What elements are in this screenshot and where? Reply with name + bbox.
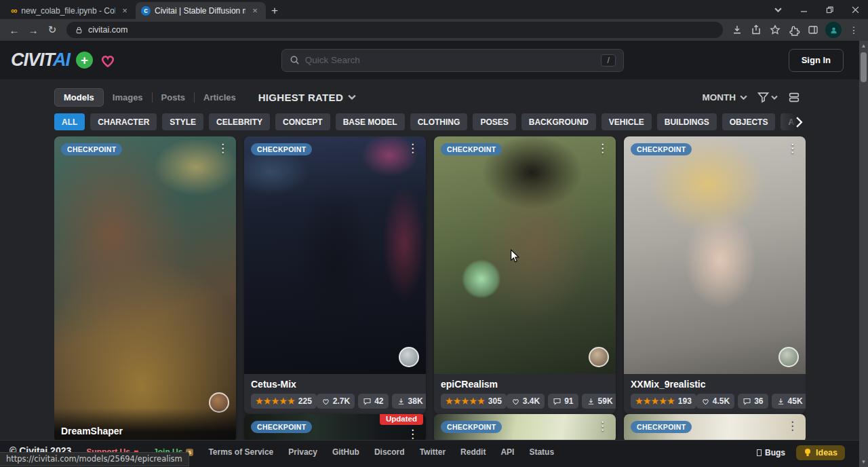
filter-funnel-dropdown[interactable] — [757, 92, 778, 103]
ideas-button[interactable]: Ideas — [796, 445, 845, 460]
model-card-partial[interactable]: CHECKPOINT Updated ⋮ — [244, 414, 426, 440]
stat-pills: 4.5K 36 45K — [696, 394, 806, 409]
category-chip-objects[interactable]: OBJECTS — [722, 113, 776, 130]
category-chip-clothing[interactable]: CLOTHING — [410, 113, 468, 130]
creator-avatar[interactable] — [589, 347, 609, 367]
minimize-button[interactable] — [791, 0, 816, 19]
download-icon — [776, 397, 785, 406]
reddit-link[interactable]: Reddit — [460, 447, 486, 457]
card-footer: DreamShaper — [54, 408, 236, 440]
scroll-up-arrow-icon[interactable]: ▲ — [861, 41, 867, 51]
colab-icon: ∞ — [11, 5, 17, 16]
tab-close-icon[interactable]: × — [119, 5, 130, 16]
reload-button[interactable]: ↻ — [43, 21, 61, 39]
browser-tab-colab[interactable]: ∞ new_colab_file.ipynb - Colaborat × — [5, 2, 136, 19]
stat-pills: 2.7K 42 38K — [317, 394, 426, 409]
creator-avatar[interactable] — [399, 347, 419, 367]
model-card-epicrealism[interactable]: CHECKPOINT ⋮ epiCRealism ★★★★★ 305 3.4K — [434, 136, 616, 414]
bookmark-star-icon[interactable] — [766, 21, 784, 39]
card-menu-kebab-icon[interactable]: ⋮ — [403, 426, 422, 440]
status-link[interactable]: Status — [529, 447, 554, 457]
card-menu-kebab-icon[interactable]: ⋮ — [783, 141, 802, 156]
scroll-down-arrow-icon[interactable]: ▼ — [861, 457, 867, 467]
category-chip-poses[interactable]: POSES — [473, 113, 515, 130]
model-preview-image: CHECKPOINT ⋮ DreamShaper — [54, 136, 236, 440]
forward-button[interactable]: → — [24, 21, 42, 39]
category-chip-character[interactable]: CHARACTER — [90, 113, 157, 130]
new-tab-button[interactable]: + — [266, 2, 283, 19]
back-button[interactable]: ← — [5, 21, 23, 39]
tab-articles[interactable]: Articles — [195, 89, 245, 106]
share-icon[interactable] — [747, 21, 765, 39]
browser-profile-avatar[interactable] — [825, 22, 842, 38]
card-menu-kebab-icon[interactable]: ⋮ — [403, 141, 422, 156]
address-url: civitai.com — [88, 25, 127, 35]
tab-images[interactable]: Images — [104, 89, 152, 106]
tab-models[interactable]: Models — [54, 88, 104, 107]
site-header: CIVITAI + / Sign In — [0, 41, 868, 79]
category-chip-buildings[interactable]: BUILDINGS — [657, 113, 717, 130]
window-controls — [765, 0, 868, 19]
model-card-cetus-mix[interactable]: CHECKPOINT ⋮ Cetus-Mix ★★★★★ 225 2.7K — [244, 136, 426, 414]
category-chip-all[interactable]: ALL — [54, 113, 85, 130]
categories-scroll-right[interactable] — [780, 113, 803, 131]
category-chip-celebrity[interactable]: CELEBRITY — [209, 113, 270, 130]
model-card-partial[interactable]: CHECKPOINT ⋮ — [434, 414, 616, 440]
star-icons: ★★★★★ — [635, 396, 675, 406]
search-input[interactable] — [305, 55, 596, 65]
civitai-logo[interactable]: CIVITAI + — [11, 50, 117, 71]
address-bar[interactable]: civitai.com — [66, 22, 723, 38]
chevron-down-icon — [348, 94, 356, 100]
extensions-puzzle-icon[interactable] — [785, 21, 803, 39]
model-title: DreamShaper — [61, 426, 229, 436]
link-status-tooltip: https://civitai.com/models/25694/epicrea… — [0, 452, 189, 466]
card-menu-kebab-icon[interactable]: ⋮ — [593, 418, 612, 434]
download-icon[interactable] — [728, 21, 746, 39]
category-chip-concept[interactable]: CONCEPT — [275, 113, 330, 130]
terms-link[interactable]: Terms of Service — [208, 447, 273, 457]
sign-in-button[interactable]: Sign In — [789, 49, 844, 72]
privacy-link[interactable]: Privacy — [288, 447, 317, 457]
layout-toggle-button[interactable] — [788, 92, 800, 103]
bug-icon — [757, 449, 762, 456]
model-card-dreamshaper[interactable]: CHECKPOINT ⋮ DreamShaper — [54, 136, 236, 440]
sort-dropdown[interactable]: HIGHEST RATED — [258, 92, 356, 103]
category-chip-base-model[interactable]: BASE MODEL — [336, 113, 405, 130]
scrollbar-thumb[interactable] — [861, 52, 867, 82]
quick-search-box[interactable]: / — [281, 49, 624, 72]
model-preview-image: CHECKPOINT ⋮ — [434, 136, 616, 374]
tab-posts[interactable]: Posts — [153, 89, 194, 106]
model-card-grid: CHECKPOINT ⋮ DreamShaper CHECKPOINT ⋮ Ce… — [54, 136, 806, 440]
creator-avatar[interactable] — [778, 347, 799, 367]
favorites-heart-icon[interactable] — [99, 52, 117, 69]
chevron-down-icon — [771, 95, 778, 100]
model-type-badge: CHECKPOINT — [631, 421, 692, 433]
github-link[interactable]: GitHub — [332, 447, 359, 457]
maximize-button[interactable] — [816, 0, 842, 19]
twitter-link[interactable]: Twitter — [420, 447, 446, 457]
category-chip-background[interactable]: BACKGROUND — [521, 113, 596, 130]
discord-link[interactable]: Discord — [374, 447, 405, 457]
period-dropdown[interactable]: MONTH — [703, 92, 748, 102]
tab-close-icon[interactable]: × — [250, 5, 260, 16]
api-link[interactable]: API — [500, 447, 514, 457]
model-card-xxmix[interactable]: CHECKPOINT ⋮ XXMix_9realistic ★★★★★ 193 … — [624, 136, 806, 414]
card-menu-kebab-icon[interactable]: ⋮ — [783, 418, 802, 434]
category-chip-style[interactable]: STYLE — [162, 113, 203, 130]
card-menu-kebab-icon[interactable]: ⋮ — [214, 141, 232, 156]
tab-list-chevron-icon[interactable] — [765, 0, 791, 19]
bugs-link[interactable]: Bugs — [757, 448, 785, 457]
model-type-badge: CHECKPOINT — [441, 143, 502, 155]
browser-toolbar: ← → ↻ civitai.com ⋮ — [0, 19, 868, 41]
category-chip-vehicle[interactable]: VEHICLE — [601, 113, 652, 130]
browser-tab-civitai[interactable]: c Civitai | Stable Diffusion models, × — [136, 2, 266, 19]
page-scrollbar[interactable]: ▲ ▼ — [859, 41, 868, 467]
browser-menu-kebab-icon[interactable]: ⋮ — [845, 21, 863, 39]
create-plus-icon[interactable]: + — [76, 52, 93, 69]
civitai-favicon: c — [141, 6, 151, 16]
card-menu-kebab-icon[interactable]: ⋮ — [593, 141, 612, 156]
model-card-partial[interactable]: CHECKPOINT ⋮ — [624, 414, 806, 440]
side-panel-icon[interactable] — [804, 21, 822, 39]
model-preview-image: CHECKPOINT ⋮ — [624, 414, 806, 440]
close-window-button[interactable] — [842, 0, 868, 19]
